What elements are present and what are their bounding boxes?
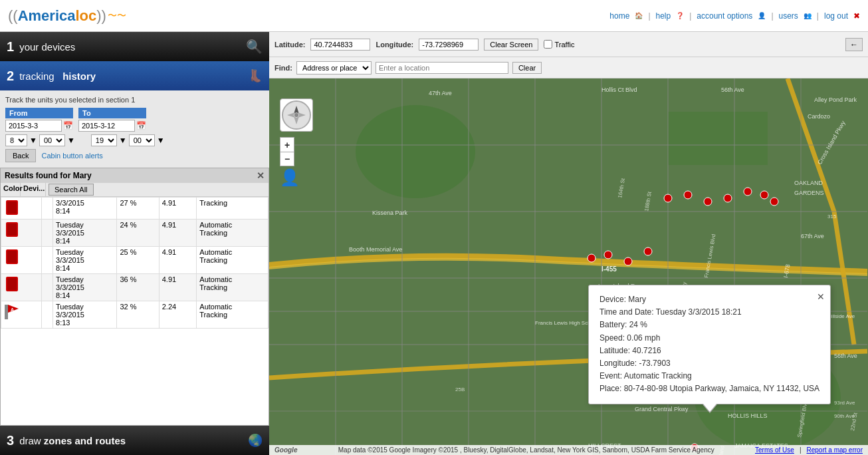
row-name-cell [42, 247, 53, 274]
col-device: Devi... [21, 183, 46, 196]
search-all-button[interactable]: Search All [49, 184, 94, 196]
svg-text:Cardozo: Cardozo [808, 113, 830, 120]
footsteps-icon: 👢 [248, 69, 263, 83]
popup-event: Event: Automatic Tracking [599, 370, 819, 382]
map-copyright: Map data ©2015 Google Imagery ©2015 , Bl… [338, 446, 714, 454]
traffic-wrap: Traffic [544, 40, 574, 49]
section1: 1 your devices 🔍 [0, 32, 269, 61]
svg-point-12 [356, 105, 475, 198]
row-speed-cell: 2.24 [159, 301, 197, 329]
back-button[interactable]: Back [5, 149, 36, 162]
popup-time-date: Time and Date: Tuesday 3/3/2015 18:21 [599, 306, 819, 319]
to-label: To [78, 108, 146, 118]
device-icon [4, 248, 20, 267]
compass-rose[interactable] [282, 100, 311, 130]
section2-title: tracking history [19, 71, 96, 82]
row-icon-cell [1, 274, 42, 301]
nav-account-options[interactable]: account options [697, 11, 752, 21]
svg-text:Hillside Ave: Hillside Ave [827, 313, 855, 319]
find-location-input[interactable] [376, 62, 508, 74]
nav-help[interactable]: help [656, 11, 671, 21]
users-icon: 👥 [804, 12, 812, 19]
to-calendar-icon[interactable]: 📅 [136, 121, 146, 130]
row-date-cell: Tuesday 3/3/2015 8:14 [53, 220, 117, 247]
logo-brackets-right: )) [96, 7, 106, 25]
pegman-icon[interactable]: 👤 [280, 168, 300, 187]
from-date-input[interactable] [5, 120, 62, 132]
find-label: Find: [274, 64, 292, 72]
from-min-select[interactable]: 00 [39, 134, 65, 146]
svg-point-38 [624, 257, 632, 265]
nav-users[interactable]: users [779, 11, 798, 21]
row-icon-cell [1, 198, 42, 220]
svg-text:25B: 25B [455, 386, 465, 392]
from-hour-select[interactable]: 8 [5, 134, 27, 146]
svg-point-37 [604, 251, 612, 259]
logout-icon: ✖ [853, 11, 860, 21]
svg-text:Booth Memorial Ave: Booth Memorial Ave [349, 246, 402, 253]
svg-text:I-678: I-678 [782, 263, 791, 278]
svg-text:93rd Ave: 93rd Ave [834, 400, 855, 406]
row-event-cell: Automatic Tracking [197, 247, 269, 274]
table-row: Tuesday 3/3/2015 8:14 24 % 4.91 Automati… [1, 220, 269, 247]
device-icon [4, 275, 20, 294]
row-icon-cell [1, 247, 42, 274]
svg-point-31 [704, 198, 712, 206]
row-name-cell [42, 220, 53, 247]
section2-number: 2 [7, 69, 14, 84]
from-calendar-icon[interactable]: 📅 [63, 121, 73, 130]
zoom-controls: + − [280, 137, 294, 166]
map-area: Latitude: Longitude: Clear Screen Traffi… [269, 32, 868, 455]
terms-link[interactable]: Terms of Use [755, 446, 794, 454]
section3-header: 3 draw zones and routes 🌏 [0, 426, 269, 455]
longitude-input[interactable] [419, 39, 479, 51]
svg-text:67th Ave: 67th Ave [801, 233, 824, 239]
nav-home[interactable]: home [609, 11, 629, 21]
info-popup: ✕ Device: Mary Time and Date: Tuesday 3/… [588, 285, 831, 404]
popup-place: Place: 80-74-80-98 Utopia Parkway, Jamai… [599, 382, 819, 395]
to-date-wrap: 📅 [78, 120, 146, 132]
svg-text:Kissena Park: Kissena Park [372, 210, 408, 216]
clear-screen-button[interactable]: Clear Screen [484, 39, 538, 51]
nav-logout[interactable]: log out [824, 11, 848, 21]
to-min-select[interactable]: 00 [129, 134, 155, 146]
nav-control[interactable] [280, 98, 313, 132]
svg-text:22nd St: 22nd St [849, 412, 859, 431]
popup-battery: Battery: 24 % [599, 319, 819, 331]
to-hour-select[interactable]: 19 [91, 134, 117, 146]
svg-text:315: 315 [827, 214, 837, 220]
svg-text:Cross Island Pkwy: Cross Island Pkwy [816, 119, 847, 166]
svg-text:188th St: 188th St [643, 191, 653, 212]
report-link[interactable]: Report a map error [807, 446, 863, 454]
to-date-input[interactable] [78, 120, 135, 132]
results-table: 3/3/2015 8:14 27 % 4.91 Tracking [1, 197, 269, 425]
cabin-button-alerts-link[interactable]: Cabin button alerts [41, 152, 102, 160]
results-close-button[interactable]: ✕ [257, 170, 265, 181]
logo-text: America [18, 7, 76, 25]
find-type-select[interactable]: Address or place [296, 61, 372, 75]
svg-point-34 [760, 191, 768, 199]
traffic-checkbox[interactable] [544, 40, 552, 49]
svg-text:Grand Central Pkwy: Grand Central Pkwy [635, 406, 689, 412]
latitude-input[interactable] [310, 39, 370, 51]
svg-text:47th Ave: 47th Ave [429, 90, 452, 96]
svg-rect-8 [5, 305, 8, 319]
section3: 3 draw zones and routes 🌏 [0, 426, 269, 455]
svg-point-39 [644, 247, 652, 255]
results-data-table: 3/3/2015 8:14 27 % 4.91 Tracking [1, 197, 269, 329]
popup-longitude: Longitude: -73.7903 [599, 357, 819, 370]
map-button[interactable]: Map [793, 80, 821, 93]
logo-waves: 〜〜 [108, 10, 126, 22]
help-icon: ❓ [676, 12, 684, 19]
zoom-in-button[interactable]: + [280, 137, 294, 152]
popup-close-button[interactable]: ✕ [817, 289, 825, 304]
results-header: Results found for Mary ✕ [1, 168, 269, 183]
from-label: From [5, 108, 73, 118]
row-date-cell: Tuesday 3/3/2015 8:14 [53, 274, 117, 301]
find-clear-button[interactable]: Clear [512, 62, 542, 74]
map-type-toggle: Map Satellite [793, 80, 863, 93]
zoom-out-button[interactable]: − [280, 152, 294, 166]
search-icon[interactable]: 🔍 [246, 39, 263, 55]
map-back-button[interactable]: ← [845, 38, 863, 51]
satellite-button[interactable]: Satellite [822, 80, 863, 93]
